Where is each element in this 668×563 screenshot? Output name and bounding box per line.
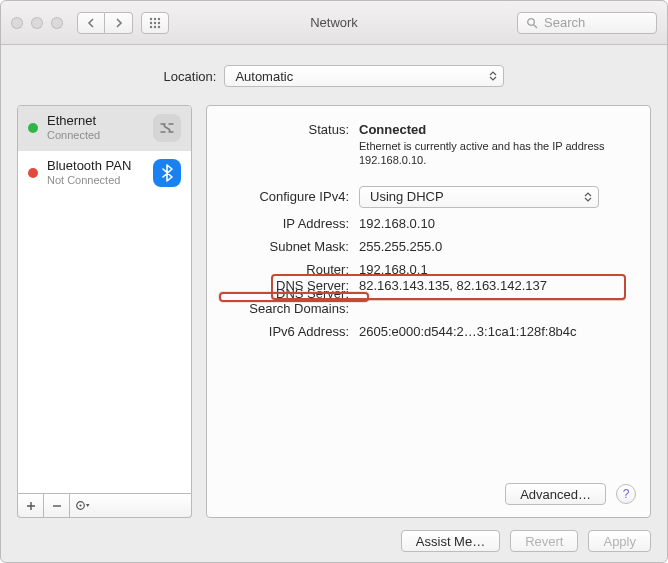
ethernet-icon xyxy=(153,114,181,142)
ipv6-address-label: IPv6 Address: xyxy=(221,324,349,339)
network-preferences-window: Network Search Location: Automatic xyxy=(0,0,668,563)
dns-server-value: 82.163.143.135, 82.163.142.137 xyxy=(359,278,636,293)
location-label: Location: xyxy=(164,69,217,84)
advanced-button-label: Advanced… xyxy=(520,487,591,502)
apply-button[interactable]: Apply xyxy=(588,530,651,552)
search-placeholder: Search xyxy=(544,15,585,30)
back-button[interactable] xyxy=(77,12,105,34)
details-panel: Status: Connected Ethernet is currently … xyxy=(206,105,651,518)
location-row: Location: Automatic xyxy=(17,65,651,87)
bluetooth-icon xyxy=(153,159,181,187)
close-window-button[interactable] xyxy=(11,17,23,29)
search-field[interactable]: Search xyxy=(517,12,657,34)
assist-me-label: Assist Me… xyxy=(416,534,485,549)
location-select[interactable]: Automatic xyxy=(224,65,504,87)
ip-address-value: 192.168.0.10 xyxy=(359,216,636,231)
apply-label: Apply xyxy=(603,534,636,549)
svg-line-10 xyxy=(534,25,537,28)
forward-button[interactable] xyxy=(105,12,133,34)
list-item[interactable]: Ethernet Connected xyxy=(18,106,191,151)
toolbar: Network Search xyxy=(1,1,667,45)
svg-point-5 xyxy=(158,21,160,23)
updown-icon xyxy=(580,189,596,205)
ipv6-address-row: IPv6 Address: 2605:e000:d544:2…3:1ca1:12… xyxy=(221,324,636,339)
svg-point-12 xyxy=(79,504,81,506)
status-dot-icon xyxy=(28,123,38,133)
ipv6-address-value: 2605:e000:d544:2…3:1ca1:128f:8b4c xyxy=(359,324,636,339)
dns-server-row-overlay: DNS Server: 82.163.143.135, 82.163.142.1… xyxy=(221,274,636,293)
chevron-left-icon xyxy=(87,18,95,28)
show-all-button[interactable] xyxy=(141,12,169,34)
status-description: Ethernet is currently active and has the… xyxy=(359,139,619,168)
minus-icon xyxy=(52,501,62,511)
svg-point-0 xyxy=(150,17,152,19)
search-icon xyxy=(526,17,538,29)
zoom-window-button[interactable] xyxy=(51,17,63,29)
status-value-block: Connected Ethernet is currently active a… xyxy=(359,122,636,168)
status-label: Status: xyxy=(221,122,349,137)
subnet-mask-label: Subnet Mask: xyxy=(221,239,349,254)
svg-point-1 xyxy=(154,17,156,19)
status-value: Connected xyxy=(359,122,426,137)
search-domains-row: Search Domains: xyxy=(221,301,636,316)
configure-ipv4-label: Configure IPv4: xyxy=(221,189,349,204)
list-item-text: Ethernet Connected xyxy=(47,114,144,142)
interface-name: Bluetooth PAN xyxy=(47,159,144,174)
svg-point-6 xyxy=(150,25,152,27)
interface-list: Ethernet Connected Bluetooth PAN Not Con… xyxy=(17,105,192,494)
remove-interface-button[interactable] xyxy=(44,494,70,517)
list-item[interactable]: Bluetooth PAN Not Connected xyxy=(18,151,191,196)
nav-back-forward xyxy=(77,12,133,34)
window-controls xyxy=(11,17,63,29)
dns-server-label: DNS Server: xyxy=(221,278,349,293)
action-menu-button[interactable] xyxy=(70,494,96,517)
updown-icon xyxy=(485,68,501,84)
gear-icon xyxy=(75,500,91,511)
list-item-text: Bluetooth PAN Not Connected xyxy=(47,159,144,187)
revert-button[interactable]: Revert xyxy=(510,530,578,552)
svg-point-7 xyxy=(154,25,156,27)
svg-point-4 xyxy=(154,21,156,23)
question-icon: ? xyxy=(623,487,630,501)
configure-ipv4-row: Configure IPv4: Using DHCP xyxy=(221,186,636,208)
dns-highlight-box xyxy=(219,292,369,302)
interface-name: Ethernet xyxy=(47,114,144,129)
interface-status: Connected xyxy=(47,129,144,142)
search-domains-label: Search Domains: xyxy=(221,301,349,316)
content-area: Location: Automatic Ethernet Connected xyxy=(1,45,667,562)
location-value: Automatic xyxy=(235,69,293,84)
svg-point-8 xyxy=(158,25,160,27)
ip-address-label: IP Address: xyxy=(221,216,349,231)
assist-me-button[interactable]: Assist Me… xyxy=(401,530,500,552)
status-dot-icon xyxy=(28,168,38,178)
advanced-row: Advanced… ? xyxy=(221,483,636,505)
sidebar-actions xyxy=(17,494,192,518)
ip-address-row: IP Address: 192.168.0.10 xyxy=(221,216,636,231)
revert-label: Revert xyxy=(525,534,563,549)
show-all-button-group xyxy=(141,12,169,34)
advanced-button[interactable]: Advanced… xyxy=(505,483,606,505)
status-row: Status: Connected Ethernet is currently … xyxy=(221,122,636,168)
subnet-mask-row: Subnet Mask: 255.255.255.0 xyxy=(221,239,636,254)
panels: Ethernet Connected Bluetooth PAN Not Con… xyxy=(17,105,651,518)
add-interface-button[interactable] xyxy=(18,494,44,517)
chevron-right-icon xyxy=(115,18,123,28)
plus-icon xyxy=(26,501,36,511)
grid-icon xyxy=(149,17,161,29)
configure-ipv4-select[interactable]: Using DHCP xyxy=(359,186,599,208)
footer-buttons: Assist Me… Revert Apply xyxy=(17,530,651,552)
interface-status: Not Connected xyxy=(47,174,144,187)
svg-point-9 xyxy=(528,18,535,25)
svg-point-3 xyxy=(150,21,152,23)
svg-point-2 xyxy=(158,17,160,19)
minimize-window-button[interactable] xyxy=(31,17,43,29)
sidebar: Ethernet Connected Bluetooth PAN Not Con… xyxy=(17,105,192,518)
configure-ipv4-value: Using DHCP xyxy=(370,189,444,204)
subnet-mask-value: 255.255.255.0 xyxy=(359,239,636,254)
help-button[interactable]: ? xyxy=(616,484,636,504)
